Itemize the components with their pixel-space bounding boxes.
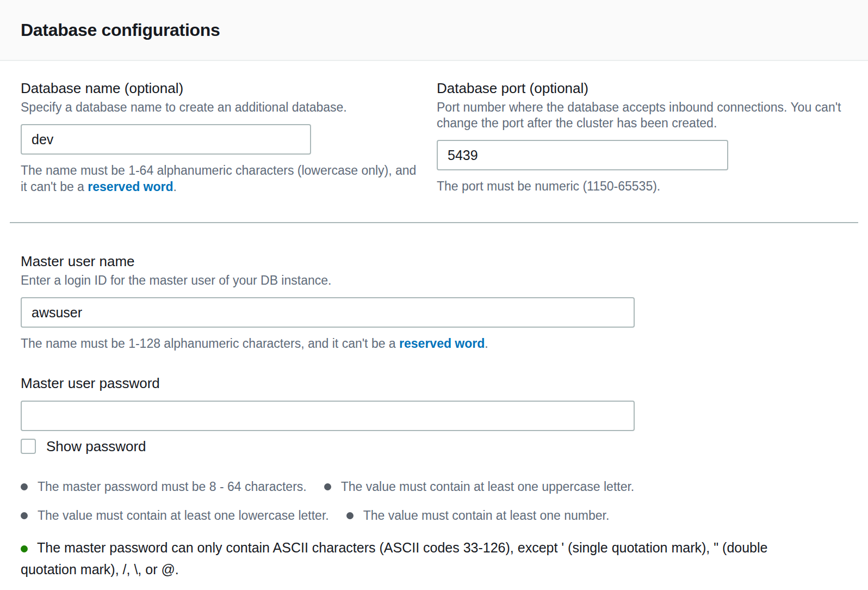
database-name-port-row: Database name (optional) Specify a datab… [21,79,847,195]
database-name-description: Specify a database name to create an add… [21,100,418,115]
database-port-description: Port number where the database accepts i… [437,100,847,131]
reserved-word-link[interactable]: reserved word [88,180,173,194]
master-user-name-input[interactable] [21,297,635,328]
database-name-constraint: The name must be 1-64 alphanumeric chara… [21,162,418,195]
rule-row: The master password must be 8 - 64 chara… [21,479,847,495]
page-title: Database configurations [21,19,847,41]
bullet-dot-icon [346,512,354,519]
constraint-text: The name must be 1-128 alphanumeric char… [21,336,399,351]
ascii-rule: The master password can only contain ASC… [21,537,804,580]
show-password-row: Show password [21,438,847,455]
success-bullet-dot-icon [21,545,28,552]
bullet-dot-icon [324,483,331,490]
master-user-password-input[interactable] [21,401,635,431]
master-user-name-description: Enter a login ID for the master user of … [21,273,847,288]
password-validation-rules: The master password must be 8 - 64 chara… [21,479,847,580]
field-database-name: Database name (optional) Specify a datab… [21,79,418,195]
database-name-input[interactable] [21,124,311,155]
master-user-password-label: Master user password [21,374,847,392]
panel-body: Database name (optional) Specify a datab… [0,61,868,590]
master-user-name-label: Master user name [21,253,847,270]
rule-item: The value must contain at least one numb… [346,508,610,524]
database-configurations-panel: Database configurations Database name (o… [0,0,868,590]
database-port-label: Database port (optional) [437,79,847,97]
database-port-constraint: The port must be numeric (1150-65535). [437,178,834,194]
reserved-word-link[interactable]: reserved word [399,336,485,351]
rule-item: The value must contain at least one uppe… [324,479,635,495]
constraint-suffix: . [173,180,177,194]
database-name-label: Database name (optional) [21,79,418,97]
field-master-user-name: Master user name Enter a login ID for th… [21,253,847,352]
rule-text: The value must contain at least one uppe… [341,479,635,495]
field-database-port: Database port (optional) Port number whe… [437,79,847,195]
rule-item: The master password must be 8 - 64 chara… [21,479,307,495]
bullet-dot-icon [21,512,28,519]
ascii-rule-text: The master password can only contain ASC… [21,540,767,577]
panel-header: Database configurations [0,0,868,61]
constraint-text: The name must be 1-64 alphanumeric chara… [21,163,416,194]
field-master-user-password: Master user password Show password [21,374,847,455]
rule-text: The value must contain at least one lowe… [38,508,329,524]
constraint-suffix: . [485,336,488,351]
rule-item: The value must contain at least one lowe… [21,508,329,524]
rule-text: The value must contain at least one numb… [363,508,610,524]
database-port-input[interactable] [437,140,728,170]
show-password-label[interactable]: Show password [46,438,146,455]
show-password-checkbox[interactable] [21,439,36,454]
section-divider [10,222,858,223]
rule-text: The master password must be 8 - 64 chara… [38,479,307,495]
master-user-name-constraint: The name must be 1-128 alphanumeric char… [21,335,619,352]
bullet-dot-icon [21,483,28,490]
rule-row: The value must contain at least one lowe… [21,508,847,524]
